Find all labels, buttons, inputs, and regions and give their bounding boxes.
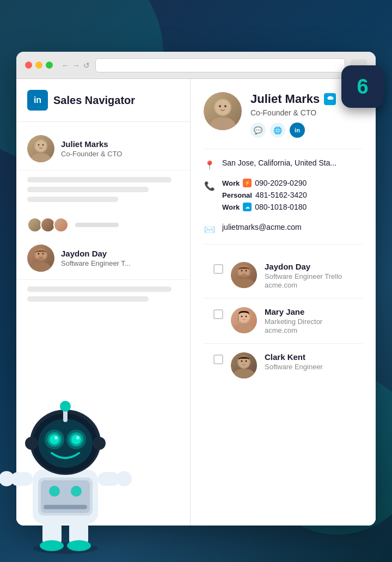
contact-checkbox-clark[interactable] xyxy=(213,355,223,364)
svg-point-56 xyxy=(60,401,71,412)
contact-list-item[interactable]: Jaydon Day Software Engineer Trello acme… xyxy=(204,253,363,298)
contact-list-item-clark[interactable]: Clark Kent Software Engineer xyxy=(204,344,363,387)
linkedin-icon[interactable]: in xyxy=(290,123,305,138)
close-button[interactable] xyxy=(25,62,32,69)
refresh-icon[interactable]: ↺ xyxy=(83,61,90,70)
right-panel: Juliet Marks Co-Founder & CTO 💬 🌐 in xyxy=(191,79,376,526)
left-contact-item-2[interactable]: Jaydon Day Software Engineer T... xyxy=(16,237,190,280)
contact-checkbox-mary[interactable] xyxy=(213,309,223,319)
minimize-button[interactable] xyxy=(35,62,42,69)
placeholder-line xyxy=(27,177,171,182)
salesforce-phone-badge: ☁ xyxy=(243,203,252,211)
phone-number-work1: 090-2029-0290 xyxy=(255,179,307,187)
svg-point-52 xyxy=(71,435,81,444)
work-badge-icon: ⚡ xyxy=(243,179,252,187)
location-content: San Jose, California, United Sta... xyxy=(222,158,363,168)
email-row: ✉️ julietmarks@acme.com xyxy=(204,222,363,235)
svg-point-14 xyxy=(219,105,221,107)
location-row: 📍 San Jose, California, United Sta... xyxy=(204,158,363,171)
svg-point-10 xyxy=(35,258,46,263)
ln-header: in Sales Navigator xyxy=(16,90,190,122)
svg-point-20 xyxy=(246,270,247,272)
nav-arrows: ← → ↺ xyxy=(62,61,90,70)
linkedin-logo-text: in xyxy=(34,95,41,105)
email-icon: ✉️ xyxy=(204,223,216,235)
svg-rect-38 xyxy=(44,505,87,509)
svg-point-19 xyxy=(241,270,243,272)
app-icon-text: 6 xyxy=(357,75,368,99)
clark-list-title: Software Engineer xyxy=(265,363,323,371)
main-contact-details: Juliet Marks Co-Founder & CTO 💬 🌐 in xyxy=(250,92,336,138)
svg-point-9 xyxy=(42,253,44,255)
svg-point-30 xyxy=(241,361,243,362)
email-content: julietmarks@acme.com xyxy=(222,222,363,232)
main-contact-name: Juliet Marks xyxy=(250,92,336,106)
maximize-button[interactable] xyxy=(46,62,53,69)
svg-rect-40 xyxy=(98,472,120,486)
clark-list-name: Clark Kent xyxy=(265,352,323,362)
jaydon-list-title: Software Engineer Trello xyxy=(265,272,342,280)
forward-arrow-icon[interactable]: → xyxy=(72,61,80,70)
jaydon-name-left: Jaydon Day xyxy=(61,249,131,258)
main-contact-header: Juliet Marks Co-Founder & CTO 💬 🌐 in xyxy=(204,92,363,138)
message-icon[interactable]: 💬 xyxy=(250,123,266,138)
juliet-avatar-left xyxy=(27,135,54,162)
svg-point-1 xyxy=(31,153,51,162)
svg-point-26 xyxy=(246,316,247,317)
back-arrow-icon[interactable]: ← xyxy=(62,61,69,70)
divider-1 xyxy=(204,149,363,149)
phone-label-work1: Work xyxy=(222,179,240,187)
svg-point-57 xyxy=(25,437,38,450)
mary-list-info: Mary Jane Marketing Director acme.com xyxy=(265,307,322,334)
svg-point-17 xyxy=(233,278,255,288)
address-bar[interactable] xyxy=(95,58,345,72)
svg-point-4 xyxy=(42,144,44,146)
jaydon-list-name: Jaydon Day xyxy=(265,262,342,271)
mary-list-avatar xyxy=(231,307,257,333)
social-icons-row: 💬 🌐 in xyxy=(250,123,336,138)
placeholder-section-2 xyxy=(16,280,190,313)
jaydon-list-company: acme.com xyxy=(265,281,342,289)
juliet-name-left: Juliet Marks xyxy=(61,139,122,149)
svg-point-21 xyxy=(239,274,249,279)
location-icon: 📍 xyxy=(204,159,216,171)
traffic-lights xyxy=(25,62,53,69)
main-contact-title: Co-Founder & CTO xyxy=(250,108,336,117)
phone-icon: 📞 xyxy=(204,180,216,192)
phone-number-personal: 481-5162-3420 xyxy=(255,191,307,199)
contact-checkbox-jaydon[interactable] xyxy=(213,264,223,274)
placeholder-line xyxy=(27,197,118,202)
svg-point-31 xyxy=(246,361,247,362)
svg-point-61 xyxy=(40,540,64,551)
globe-icon[interactable]: 🌐 xyxy=(270,123,285,138)
salesforce-badge xyxy=(324,93,336,105)
svg-point-58 xyxy=(93,437,106,450)
app-icon[interactable]: 6 xyxy=(341,65,384,108)
svg-point-3 xyxy=(38,144,40,146)
svg-point-6 xyxy=(31,262,51,272)
clark-list-info: Clark Kent Software Engineer xyxy=(265,352,323,371)
svg-point-51 xyxy=(50,435,59,444)
small-placeholder xyxy=(75,223,119,227)
placeholder-line xyxy=(27,286,171,292)
phone-label-personal: Personal xyxy=(222,191,252,199)
clark-list-avatar xyxy=(231,352,257,378)
svg-point-23 xyxy=(233,323,255,333)
svg-point-62 xyxy=(67,540,91,551)
svg-rect-39 xyxy=(11,472,33,486)
svg-point-42 xyxy=(117,471,132,486)
svg-point-25 xyxy=(241,316,243,317)
svg-point-28 xyxy=(233,369,255,378)
svg-point-36 xyxy=(49,486,60,497)
phones-row: 📞 Work ⚡ 090-2029-0290 Personal 481-5162… xyxy=(204,179,363,215)
small-avatar-3 xyxy=(53,217,69,233)
juliet-info-left: Juliet Marks Co-Founder & CTO xyxy=(61,139,122,158)
svg-point-13 xyxy=(215,100,230,115)
jaydon-list-avatar xyxy=(231,262,257,288)
email-text: julietmarks@acme.com xyxy=(222,223,302,231)
phone-row-work2: Work ☁ 080-1018-0180 xyxy=(222,203,363,211)
svg-point-15 xyxy=(224,105,226,107)
left-contact-item[interactable]: Juliet Marks Co-Founder & CTO xyxy=(16,127,190,170)
svg-point-8 xyxy=(38,253,40,255)
contact-list-item-mary[interactable]: Mary Jane Marketing Director acme.com xyxy=(204,298,363,344)
